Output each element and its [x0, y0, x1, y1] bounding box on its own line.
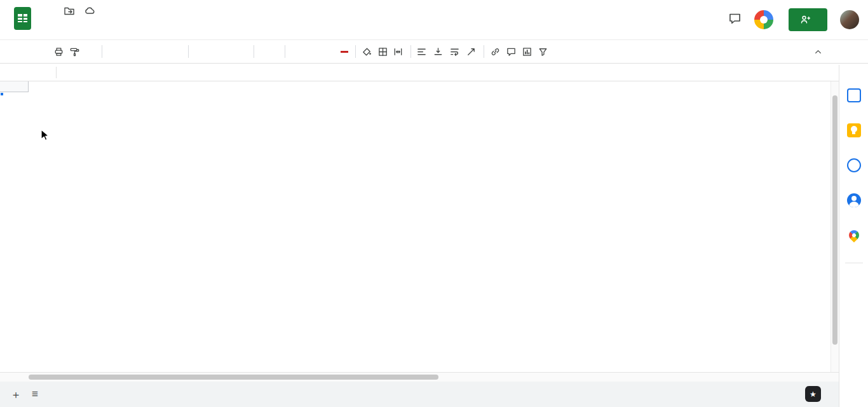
hide-menus-button[interactable] [810, 43, 826, 60]
font-select[interactable] [192, 43, 250, 60]
separator [410, 45, 411, 58]
sheets-logo-grid [18, 14, 27, 22]
scroll-left-button[interactable] [813, 373, 822, 382]
share-button[interactable] [789, 8, 827, 31]
separator [254, 45, 254, 58]
text-color-button[interactable] [336, 43, 352, 60]
explore-icon[interactable]: ★ [805, 386, 821, 402]
avatar[interactable] [840, 10, 859, 29]
separator [355, 45, 356, 58]
text-rotation-button[interactable] [464, 43, 480, 60]
side-panel [839, 65, 868, 407]
comment-history-icon[interactable] [728, 12, 742, 28]
insert-comment-button[interactable] [503, 43, 519, 60]
get-addons-button[interactable] [846, 272, 862, 287]
toolbar [0, 39, 868, 64]
vertical-scrollbar-thumb[interactable] [832, 95, 837, 345]
keep-icon[interactable] [846, 123, 862, 138]
format-currency-button[interactable] [105, 43, 121, 60]
increase-decimal-button[interactable] [153, 43, 169, 60]
format-percent-button[interactable] [121, 43, 137, 60]
insert-chart-button[interactable] [519, 43, 535, 60]
tasks-icon[interactable] [846, 158, 862, 173]
create-filter-button[interactable] [535, 43, 551, 60]
cloud-saved-icon[interactable] [84, 5, 95, 18]
zoom-select[interactable] [83, 43, 98, 60]
separator [56, 67, 57, 78]
column-header-row [0, 81, 831, 92]
italic-button[interactable] [304, 43, 320, 60]
more-formats-button[interactable] [169, 43, 185, 60]
calendar-icon[interactable] [846, 88, 862, 103]
scroll-right-button[interactable] [824, 373, 832, 382]
tasks-check [847, 158, 861, 172]
insert-link-button[interactable] [487, 43, 503, 60]
borders-button[interactable] [375, 43, 391, 60]
calendar-date [847, 88, 861, 102]
separator [188, 45, 189, 58]
account-pinwheel[interactable] [754, 10, 776, 29]
separator [102, 45, 102, 58]
person-icon [800, 15, 810, 25]
sheet-tab-bar: ＋ ≡ ★ [0, 382, 839, 407]
redo-button[interactable] [35, 43, 51, 60]
select-all-corner[interactable] [0, 81, 29, 92]
text-wrap-button[interactable] [447, 43, 464, 60]
move-folder-icon[interactable] [64, 5, 75, 18]
horizontal-scrollbar-thumb[interactable] [29, 375, 438, 380]
vertical-scrollbar[interactable] [831, 81, 839, 372]
top-bar [0, 0, 868, 39]
horizontal-scrollbar[interactable] [0, 372, 839, 382]
undo-button[interactable] [19, 43, 35, 60]
spreadsheet-grid[interactable] [0, 81, 831, 372]
horizontal-align-button[interactable] [414, 43, 431, 60]
selected-cell-outline [0, 92, 3, 95]
fill-handle[interactable] [0, 92, 4, 96]
fill-color-button[interactable] [359, 43, 375, 60]
sheets-logo[interactable] [14, 7, 31, 30]
pinwheel-icon [754, 10, 773, 29]
decrease-decimal-button[interactable] [137, 43, 153, 60]
merge-cells-button[interactable] [391, 43, 407, 60]
bold-button[interactable] [288, 43, 304, 60]
paint-format-button[interactable] [67, 43, 83, 60]
text-color-bar [341, 51, 348, 53]
font-size-select[interactable] [257, 43, 281, 60]
maps-icon[interactable] [846, 228, 862, 243]
separator [484, 45, 484, 58]
formula-bar [0, 64, 839, 81]
separator [285, 45, 285, 58]
vertical-align-button[interactable] [431, 43, 447, 60]
all-sheets-button[interactable]: ≡ [25, 385, 44, 404]
separator [845, 263, 863, 263]
contacts-icon[interactable] [846, 193, 862, 208]
strikethrough-button[interactable] [320, 43, 336, 60]
functions-button[interactable] [551, 43, 567, 60]
add-sheet-button[interactable]: ＋ [6, 385, 25, 404]
print-button[interactable] [51, 43, 67, 60]
